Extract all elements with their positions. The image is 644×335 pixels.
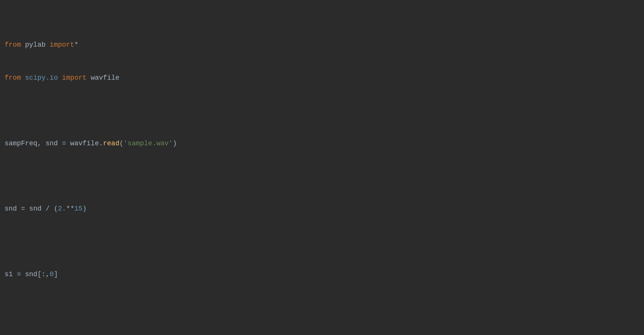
code-line-2: from scipy.io import wavfile [5,72,639,83]
code-line-1: from pylab import* [5,39,639,50]
code-line-6: snd = snd / (2.**15) [5,203,639,214]
code-line-7 [5,236,639,247]
code-line-8: s1 = snd[:,0] [5,269,639,280]
code-line-5 [5,171,639,182]
code-line-4: sampFreq, snd = wavfile.read('sample.wav… [5,138,639,149]
code-line-3 [5,105,639,116]
code-line-9 [5,302,639,313]
code-editor[interactable]: from pylab import* from scipy.io import … [0,4,644,335]
